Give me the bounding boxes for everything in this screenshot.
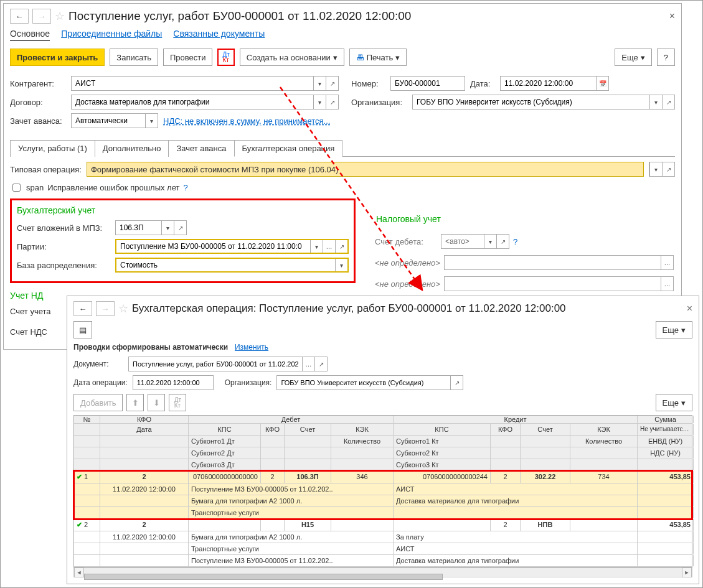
debit-account-input[interactable] [441, 235, 484, 248]
vat-link[interactable]: НДС: не включен в сумму, не принимается.… [163, 116, 330, 126]
dropdown-icon[interactable]: ▾ [649, 162, 662, 176]
open-icon[interactable]: ↗ [326, 77, 338, 90]
window-title: Бухгалтерская операция: Поступление услу… [132, 302, 566, 315]
change-link[interactable]: Изменить [235, 343, 268, 352]
mpz-account-input[interactable] [116, 221, 161, 235]
dtkt-small-button[interactable]: ДтКт [169, 394, 186, 411]
close-icon[interactable]: × [669, 11, 675, 22]
close-icon[interactable]: × [687, 303, 692, 314]
batch-input[interactable] [116, 240, 310, 253]
col-sum: Сумма [638, 416, 694, 423]
fix-errors-checkbox[interactable] [12, 184, 21, 192]
chevron-down-icon: ▾ [395, 53, 400, 62]
nav-tab-files[interactable]: Присоединенные файлы [61, 29, 162, 41]
post-close-button[interactable]: Провести и закрыть [10, 49, 105, 66]
open-icon[interactable]: ↗ [314, 357, 327, 371]
dtkt-button[interactable]: ДтКт [217, 49, 234, 66]
ellipsis-icon[interactable]: … [302, 357, 314, 371]
base-input[interactable] [116, 259, 335, 271]
org-input[interactable] [413, 95, 649, 109]
date-input[interactable] [501, 77, 596, 90]
dropdown-icon[interactable]: ▾ [313, 77, 326, 90]
contractor-label: Контрагент: [10, 79, 66, 88]
open-icon[interactable]: ↗ [174, 221, 186, 235]
nav-tab-main[interactable]: Основное [10, 29, 50, 41]
open-icon[interactable]: ↗ [335, 240, 347, 253]
write-button[interactable]: Записать [110, 49, 158, 66]
tab-advance[interactable]: Зачет аванса [168, 140, 234, 157]
opdate-input[interactable] [133, 376, 213, 390]
col-no: № [74, 416, 100, 423]
dropdown-icon[interactable]: ▾ [484, 235, 496, 248]
base-label: База распределения: [17, 261, 110, 270]
dropdown-icon[interactable]: ▾ [313, 95, 326, 109]
nav-forward-button[interactable]: → [32, 9, 51, 24]
ellipsis-icon[interactable]: … [661, 256, 673, 269]
nav-tab-related[interactable]: Связанные документы [173, 29, 265, 41]
contract-input[interactable] [72, 95, 313, 109]
postings-table[interactable]: № КФО Дебет Кредит Сумма Дата КПС КФО Сч… [73, 415, 692, 567]
more-button[interactable]: Еще ▾ [656, 394, 692, 411]
open-icon[interactable]: ↗ [326, 95, 338, 109]
doc-input[interactable] [129, 357, 302, 371]
table-row[interactable]: 11.02.2020 12:00:00 Поступление МЗ БУ00-… [74, 483, 692, 495]
table-row[interactable]: Транспортные услуги АИСТ [74, 543, 692, 555]
nav-forward-button[interactable]: → [96, 301, 115, 316]
scroll-left-icon[interactable]: ◄ [74, 567, 84, 577]
dropdown-icon[interactable]: ▾ [145, 114, 158, 128]
undef-label-2: <не определено> [375, 279, 440, 289]
open-icon[interactable]: ↗ [496, 235, 509, 248]
scroll-right-icon[interactable]: ► [682, 567, 692, 577]
print-button[interactable]: 🖶 Печать ▾ [349, 49, 407, 66]
scroll-thumb[interactable] [84, 574, 443, 580]
open-icon[interactable]: ↗ [450, 376, 463, 390]
table-row[interactable]: Бумага для типографии А2 1000 л. Доставк… [74, 495, 692, 507]
more-button[interactable]: Еще ▾ [615, 49, 651, 66]
undef-input-1[interactable] [445, 256, 661, 269]
table-row[interactable]: ✔ 1 2 07060000000000000 2 106.3П 346 070… [74, 471, 692, 483]
advance-input[interactable] [72, 114, 145, 128]
ellipsis-icon[interactable]: … [323, 240, 335, 253]
accounting-title: Бухгалтерский учет [17, 205, 349, 215]
dropdown-icon[interactable]: ▾ [335, 259, 347, 271]
dropdown-icon[interactable]: ▾ [161, 221, 174, 235]
nav-back-button[interactable]: ← [73, 301, 92, 316]
dropdown-icon[interactable]: ▾ [649, 95, 662, 109]
org-label: Организация: [351, 98, 407, 107]
move-down-button[interactable]: ⬇ [148, 394, 165, 411]
document-icon-button[interactable]: ▤ [73, 321, 92, 338]
favorite-star-icon[interactable]: ☆ [55, 9, 65, 23]
tab-additional[interactable]: Дополнительно [95, 140, 169, 157]
help-button[interactable]: ? [657, 49, 675, 66]
dropdown-icon[interactable]: ▾ [310, 240, 323, 253]
table-row[interactable]: ✔ 2 2 Н15 2 НПВ 453,85 [74, 519, 692, 531]
chevron-down-icon: ▾ [681, 398, 686, 408]
typical-op-input[interactable]: Формирование фактической стоимости МПЗ п… [87, 162, 644, 177]
move-up-button[interactable]: ⬆ [126, 394, 144, 411]
contractor-input[interactable] [72, 77, 313, 90]
post-button[interactable]: Провести [163, 49, 213, 66]
tab-services[interactable]: Услуги, работы (1) [10, 140, 95, 157]
favorite-star-icon[interactable]: ☆ [118, 302, 128, 315]
tax-accounting-title: Налоговый учет [376, 214, 441, 224]
number-input[interactable] [391, 77, 465, 90]
table-row[interactable]: Поступление МЗ БУ00-000005 от 11.02.202.… [74, 555, 692, 567]
window-title: Поступление услуг, работ БУ00-000001 от … [68, 9, 411, 23]
horizontal-scrollbar[interactable]: ◄ ► [73, 567, 692, 577]
table-row[interactable]: 11.02.2020 12:00:00 Бумага для типографи… [74, 531, 692, 543]
tab-accounting-op[interactable]: Бухгалтерская операция [234, 140, 343, 157]
calendar-icon[interactable]: 📅 [596, 77, 608, 90]
ellipsis-icon[interactable]: … [661, 277, 673, 291]
doc-label: Документ: [73, 360, 123, 368]
help-icon[interactable]: ? [183, 183, 187, 192]
create-based-button[interactable]: Создать на основании ▾ [240, 49, 344, 66]
org-input[interactable] [277, 376, 450, 390]
more-button[interactable]: Еще ▾ [656, 321, 692, 338]
add-button[interactable]: Добавить [73, 394, 123, 411]
open-icon[interactable]: ↗ [662, 162, 674, 176]
open-icon[interactable]: ↗ [662, 95, 674, 109]
nav-back-button[interactable]: ← [10, 9, 29, 24]
table-row[interactable]: Транспортные услуги [74, 507, 692, 519]
help-icon[interactable]: ? [513, 237, 517, 246]
undef-input-2[interactable] [445, 277, 661, 291]
